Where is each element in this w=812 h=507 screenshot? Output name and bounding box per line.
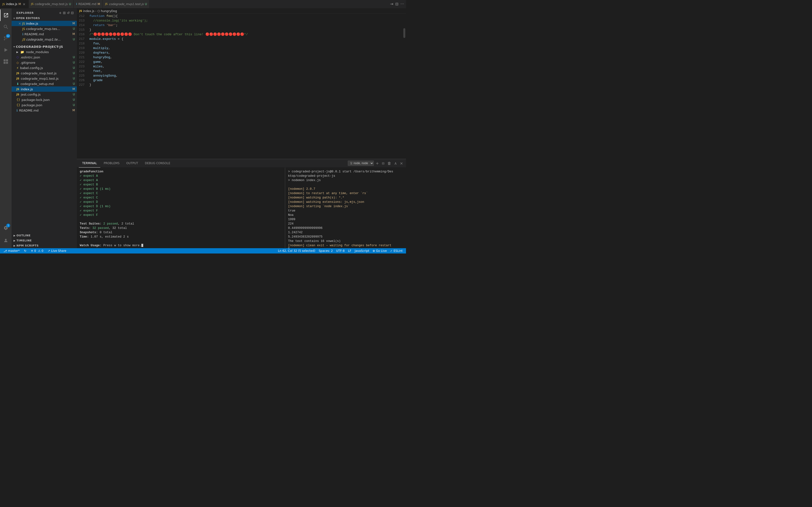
file-package-lock[interactable]: {} package-lock.json U <box>12 97 77 102</box>
maximize-panel-btn[interactable]: ∧ <box>393 160 398 167</box>
tab-readme[interactable]: ℹ README.md M <box>74 0 103 8</box>
badge-u: U <box>73 103 75 107</box>
add-terminal-btn[interactable]: + <box>375 160 380 167</box>
file-index-js[interactable]: JS index.js M <box>12 87 77 92</box>
activity-extensions[interactable] <box>0 56 12 67</box>
split-editor-btn[interactable]: ⇥ <box>390 2 393 6</box>
panel-tab-debug-console[interactable]: DEBUG CONSOLE <box>141 159 173 168</box>
open-editor-index-js[interactable]: × JS index.js M <box>12 21 77 26</box>
close-panel-btn[interactable]: × <box>399 160 404 167</box>
timeline-toggle[interactable]: ▶ TIMELINE <box>12 238 77 243</box>
js-icon: JS <box>22 22 25 25</box>
node-modules-item[interactable]: ▶ 📁 node_modules <box>12 49 77 55</box>
file-name: codegrade_mvp.tes… <box>26 27 71 31</box>
status-spaces[interactable]: Spaces: 2 <box>317 248 334 253</box>
project-folder-label: CODEGRADED-PROJECT-JS <box>16 45 63 49</box>
line-content: multiply, <box>89 46 403 50</box>
open-editors-label: OPEN EDITORS <box>16 17 40 20</box>
status-branch[interactable]: ⎇ master* <box>2 248 21 253</box>
npm-scripts-arrow: ▶ <box>13 244 15 247</box>
terminal-section-grade: gradeFunction <box>80 169 282 174</box>
open-editor-codegrade-mvp[interactable]: JS codegrade_mvp.tes… U <box>12 26 77 32</box>
terminal-left[interactable]: gradeFunction ✓ expect A ✓ expect A ✓ ex… <box>77 168 285 248</box>
activity-source-control[interactable]: 12 <box>0 33 12 44</box>
git-icon: ◇ <box>16 61 19 64</box>
settings-badge: 1 <box>6 224 10 227</box>
code-line-226: 226 grade <box>77 78 403 82</box>
open-editors-toggle[interactable]: ▾ OPEN EDITORS <box>12 16 77 21</box>
file-gitignore[interactable]: ◇ .gitignore U <box>12 60 77 65</box>
editor-area: JS index.js › ⬡ hungryDog 212 function f… <box>77 8 406 248</box>
badge-u: U <box>73 38 75 41</box>
file-codegrade-mvp1-test[interactable]: JS codegrade_mvp1.test.js U <box>12 76 77 81</box>
npm-scripts-toggle[interactable]: ▶ NPM SCRIPTS <box>12 243 77 248</box>
file-codegrade-mvp-test[interactable]: JS codegrade_mvp.test.js U <box>12 70 77 76</box>
terminal-output-vowels: The text contains 16 vowel(s) <box>288 239 403 243</box>
file-name: jest.config.js <box>21 93 71 96</box>
editor-scrollbar[interactable] <box>403 14 406 159</box>
status-language[interactable]: JavaScript <box>353 248 371 253</box>
open-editor-readme[interactable]: ℹ README.md M <box>12 32 77 37</box>
tab-bar: JS index.js M × JS codegrade_mvp.test.js… <box>0 0 406 8</box>
js-file-icon: JS <box>105 2 108 6</box>
js-file-icon: JS <box>31 2 34 6</box>
outline-toggle[interactable]: ▶ OUTLINE <box>12 233 77 238</box>
status-position[interactable]: Ln 62, Col 32 (5 selected) <box>276 248 317 253</box>
status-eslint[interactable]: ✓ ESLint <box>389 248 404 253</box>
status-live-share[interactable]: ↗ Live Share <box>46 248 68 253</box>
status-sync[interactable]: ↻ <box>22 248 28 253</box>
status-encoding[interactable]: UTF-8 <box>335 248 346 253</box>
line-number: 226 <box>77 78 89 82</box>
tab-codegrade-mvp-test[interactable]: JS codegrade_mvp.test.js U <box>29 0 74 8</box>
code-editor[interactable]: 212 function foo(){ 213 //console.log('i… <box>77 14 403 159</box>
activity-settings[interactable]: 1 <box>0 222 12 234</box>
folder-icon: 📁 <box>20 50 24 54</box>
activity-explorer[interactable] <box>0 9 12 21</box>
activity-run[interactable] <box>0 44 12 56</box>
status-errors-warnings[interactable]: ✕ 0 ⚠ 0 <box>29 248 45 253</box>
panel-tab-terminal[interactable]: TERMINAL <box>79 159 100 168</box>
terminal-time: Time: 1.07 s, estimated 2 s <box>80 235 282 239</box>
breadcrumb: JS index.js › ⬡ hungryDog <box>77 8 406 14</box>
breadcrumb-func-icon: ⬡ <box>97 9 100 13</box>
layout-btn[interactable]: ⊟ <box>395 2 398 6</box>
terminal-line: ✓ expect F <box>80 213 282 217</box>
sync-icon: ↻ <box>24 249 27 252</box>
project-folder-toggle[interactable]: ▾ CODEGRADED-PROJECT-JS <box>12 44 77 49</box>
new-file-btn[interactable]: + <box>59 11 62 15</box>
file-babel-config[interactable]: ⚡ babel.config.js U <box>12 65 77 70</box>
open-editor-codegrade-mvp1[interactable]: JS codegrade_mvp1.te… U <box>12 37 77 42</box>
new-folder-btn[interactable]: ⊞ <box>63 11 66 15</box>
split-terminal-btn[interactable]: ⊟ <box>381 161 386 166</box>
file-package-json[interactable]: {} package.json U <box>12 102 77 108</box>
editor-right-area: 212 function foo(){ 213 //console.log('i… <box>77 14 406 159</box>
panel-tab-problems[interactable]: PROBLEMS <box>100 159 123 168</box>
line-number: 224 <box>77 69 89 73</box>
terminal-selector[interactable]: 1: node, node <box>348 161 374 166</box>
refresh-btn[interactable]: ↺ <box>67 11 70 15</box>
language-label: JavaScript <box>355 249 369 252</box>
file-jest-config[interactable]: JS jest.config.js U <box>12 92 77 97</box>
file-codegrade-setup[interactable]: ⬇ codegrade_setup.md U <box>12 81 77 87</box>
panel-tab-output[interactable]: OUTPUT <box>123 159 142 168</box>
file-eslintrc[interactable]: ⬡ .eslintrc.json U <box>12 55 77 60</box>
delete-terminal-btn[interactable]: 🗑 <box>387 160 392 167</box>
activity-account[interactable] <box>0 235 12 246</box>
sidebar-title: EXPLORER <box>16 11 34 14</box>
badge-m: M <box>72 88 75 91</box>
tab-codegrade-mvp1-test[interactable]: JS codegrade_mvp1.test.js U <box>103 0 150 8</box>
activity-search[interactable] <box>0 21 12 33</box>
line-content: grade <box>89 78 403 82</box>
more-actions-btn[interactable]: ··· <box>400 2 404 6</box>
file-readme[interactable]: ℹ README.md M <box>12 108 77 113</box>
close-icon[interactable]: × <box>18 21 21 25</box>
terminal-line: ✓ expect A <box>80 178 282 182</box>
tab-close-btn[interactable]: × <box>22 2 26 6</box>
collapse-all-btn[interactable]: ⊟ <box>71 11 74 15</box>
terminal-line: ✓ expect A <box>80 174 282 178</box>
terminal-right[interactable]: > codegraded-project-js@0.0.1 start /Use… <box>285 168 406 248</box>
tab-index-js[interactable]: JS index.js M × <box>0 0 29 8</box>
status-go-live[interactable]: ⊕ Go Live <box>371 248 388 253</box>
warning-icon: ⚠ <box>38 249 41 252</box>
status-eol[interactable]: LF <box>347 248 353 253</box>
